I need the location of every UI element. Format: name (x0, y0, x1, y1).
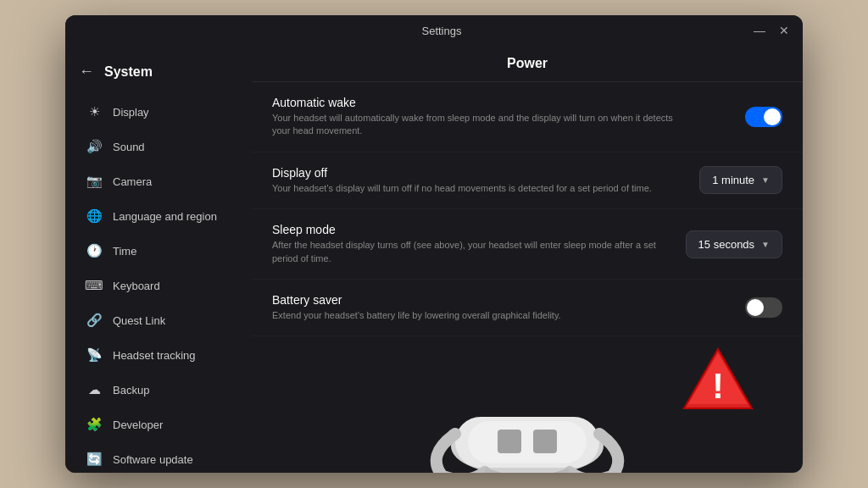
sidebar-label-software: Software update (113, 453, 193, 466)
automatic-wake-text: Automatic wake Your headset will automat… (272, 96, 732, 138)
display-icon: ☀ (86, 103, 103, 120)
keyboard-icon: ⌨ (86, 277, 103, 294)
warning-indicator: ! (680, 345, 756, 416)
language-icon: 🌐 (86, 208, 103, 225)
sidebar-label-keyboard: Keyboard (113, 280, 160, 292)
automatic-wake-description: Your headset will automatically wake fro… (272, 112, 679, 138)
sleep-mode-label: Sleep mode (272, 223, 672, 236)
back-button[interactable]: ← (79, 63, 94, 80)
display-off-dropdown[interactable]: 1 minute ▼ (699, 166, 782, 194)
main-panel: Power Automatic wake Your headset will a… (252, 46, 803, 473)
svg-rect-2 (468, 421, 587, 463)
main-panel-title: Power (272, 56, 782, 71)
sidebar-header: ← System (65, 56, 252, 94)
sidebar-label-developer: Developer (113, 419, 163, 431)
headset-illustration-area: ! (252, 336, 803, 473)
setting-row-automatic-wake: Automatic wake Your headset will automat… (252, 82, 803, 152)
close-button[interactable]: ✕ (779, 24, 789, 37)
sidebar-label-questlink: Quest Link (113, 314, 165, 327)
sleep-mode-dropdown-arrow: ▼ (761, 240, 770, 249)
content-area: ← System ☀ Display 🔊 Sound 📷 Camera 🌐 La… (65, 46, 803, 473)
sidebar-item-time[interactable]: 🕐 Time (72, 234, 245, 268)
automatic-wake-toggle-knob (764, 108, 781, 125)
sidebar-label-display: Display (113, 106, 149, 119)
sidebar-item-questlink[interactable]: 🔗 Quest Link (72, 303, 245, 337)
titlebar: Settings — ✕ (65, 15, 803, 46)
titlebar-title: Settings (130, 25, 754, 37)
questlink-icon: 🔗 (86, 312, 103, 329)
camera-icon: 📷 (86, 173, 103, 190)
display-off-text: Display off Your headset's display will … (272, 166, 686, 195)
display-off-dropdown-value: 1 minute (712, 174, 754, 186)
setting-row-sleep-mode: Sleep mode After the headset display tur… (252, 209, 803, 280)
svg-text:!: ! (712, 366, 724, 406)
automatic-wake-label: Automatic wake (272, 96, 732, 109)
battery-saver-label: Battery saver (272, 293, 732, 307)
display-off-description: Your headset's display will turn off if … (272, 182, 679, 195)
sleep-mode-dropdown[interactable]: 15 seconds ▼ (686, 230, 782, 258)
sidebar-item-developer[interactable]: 🧩 Developer (72, 408, 245, 441)
sidebar-item-backup[interactable]: ☁ Backup (72, 373, 245, 407)
minimize-button[interactable]: — (754, 24, 765, 37)
battery-saver-text: Battery saver Extend your headset's batt… (272, 293, 732, 322)
developer-icon: 🧩 (86, 416, 103, 433)
sidebar-item-software[interactable]: 🔄 Software update (72, 442, 245, 473)
sidebar: ← System ☀ Display 🔊 Sound 📷 Camera 🌐 La… (65, 46, 252, 473)
main-header: Power (252, 46, 803, 82)
headset-svg (400, 345, 654, 473)
svg-rect-3 (498, 430, 521, 453)
svg-rect-4 (533, 430, 557, 453)
settings-window: Settings — ✕ ← System ☀ Display 🔊 Sound … (65, 15, 803, 473)
sidebar-label-language: Language and region (113, 210, 217, 223)
battery-saver-toggle-knob (747, 299, 764, 316)
sidebar-label-camera: Camera (113, 175, 152, 188)
sidebar-item-language[interactable]: 🌐 Language and region (72, 199, 245, 233)
sidebar-label-time: Time (113, 245, 136, 258)
titlebar-controls: — ✕ (754, 24, 789, 37)
sidebar-items-list: ☀ Display 🔊 Sound 📷 Camera 🌐 Language an… (65, 95, 252, 473)
battery-saver-toggle[interactable] (745, 297, 782, 318)
software-icon: 🔄 (86, 451, 103, 468)
sidebar-item-keyboard[interactable]: ⌨ Keyboard (72, 269, 245, 302)
battery-saver-description: Extend your headset's battery life by lo… (272, 309, 679, 322)
settings-rows: Automatic wake Your headset will automat… (252, 82, 803, 336)
sidebar-label-backup: Backup (113, 384, 149, 396)
sidebar-label-headset: Headset tracking (113, 349, 196, 362)
main-content: Automatic wake Your headset will automat… (252, 82, 803, 473)
setting-row-battery-saver: Battery saver Extend your headset's batt… (252, 280, 803, 336)
sidebar-label-sound: Sound (113, 141, 145, 153)
sidebar-item-display[interactable]: ☀ Display (72, 95, 245, 129)
time-icon: 🕐 (86, 242, 103, 259)
backup-icon: ☁ (86, 381, 103, 398)
sleep-mode-dropdown-value: 15 seconds (698, 238, 755, 251)
sleep-mode-description: After the headset display turns off (see… (272, 239, 672, 265)
display-off-dropdown-arrow: ▼ (761, 175, 770, 185)
sound-icon: 🔊 (86, 138, 103, 155)
display-off-label: Display off (272, 166, 686, 180)
automatic-wake-toggle[interactable] (745, 107, 782, 127)
setting-row-display-off: Display off Your headset's display will … (252, 152, 803, 209)
sidebar-item-camera[interactable]: 📷 Camera (72, 164, 245, 198)
sidebar-item-headset[interactable]: 📡 Headset tracking (72, 338, 245, 372)
section-title: System (104, 64, 153, 80)
sleep-mode-text: Sleep mode After the headset display tur… (272, 223, 672, 265)
sidebar-item-sound[interactable]: 🔊 Sound (72, 130, 245, 164)
headset-icon: 📡 (86, 347, 103, 363)
